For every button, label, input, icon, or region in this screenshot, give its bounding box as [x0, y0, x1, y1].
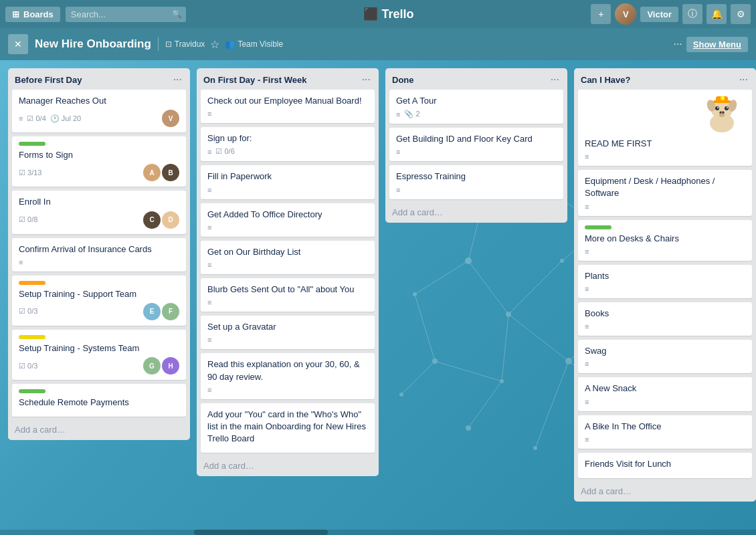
card-meta-30-60-90: ≡ — [207, 386, 368, 394]
card-title-get-a-tour: Get A Tour — [396, 95, 557, 107]
card-gravatar[interactable]: Set up a Gravatar ≡ — [201, 316, 375, 349]
add-icon: + — [598, 9, 603, 19]
avatar[interactable]: V — [615, 3, 636, 25]
card-enroll-in[interactable]: Enroll In ☑ 0/8CD — [12, 191, 186, 233]
top-nav: ⊞ Boards 🔍 ⬛ Trello + V Victor ⓘ 🔔 ⚙ — [0, 0, 756, 28]
card-meta-left-fill-paperwork: ≡ — [207, 186, 211, 194]
card-setup-training-systems[interactable]: Setup Training - Systems Team ☑ 0/3GH — [12, 330, 186, 380]
card-read-me-first[interactable]: ! READ ME FIRST ≡ — [578, 90, 752, 166]
boards-button[interactable]: ⊞ Boards — [5, 7, 60, 22]
list-before-first-day: Before First Day ··· Manager Reaches Out… — [8, 68, 190, 440]
bell-icon: 🔔 — [711, 9, 723, 19]
svg-point-41 — [715, 106, 719, 110]
card-title-sign-up-for: Sign up for: — [207, 132, 368, 144]
card-meta-left-office-directory: ≡ — [207, 223, 211, 231]
bottom-scrollbar[interactable] — [0, 530, 756, 535]
card-meta-left-forms-to-sign: ☑ 3/13 — [19, 169, 41, 177]
card-whos-who[interactable]: Add your "You" card in the "Who's Who" l… — [201, 403, 375, 453]
list-menu-button-can-i-have[interactable]: ··· — [738, 74, 749, 86]
card-title-more-desks-chairs: More on Desks & Chairs — [585, 233, 745, 245]
visibility-item: 👥 Team Visible — [225, 39, 283, 49]
list-menu-button-before-first-day[interactable]: ··· — [172, 74, 183, 86]
settings-button[interactable]: ⚙ — [731, 4, 751, 24]
card-meta-left-more-desks-chairs: ≡ — [585, 247, 589, 255]
desc-icon-building-id: ≡ — [396, 148, 400, 156]
card-fill-paperwork[interactable]: Fill in Paperwork ≡ — [201, 165, 375, 199]
card-plants[interactable]: Plants ≡ — [578, 265, 752, 298]
card-confirm-arrival[interactable]: Confirm Arrival of Insurance Cards ≡ — [12, 238, 186, 272]
desc-icon-swag: ≡ — [585, 360, 589, 368]
card-title-confirm-arrival: Confirm Arrival of Insurance Cards — [19, 243, 179, 255]
card-more-desks-chairs[interactable]: More on Desks & Chairs ≡ — [578, 220, 752, 261]
card-avatars-setup-training-systems: GH — [143, 357, 179, 374]
card-friends-lunch[interactable]: Friends Visit for Lunch — [578, 453, 752, 478]
card-title-office-directory: Get Added To Office Directory — [207, 209, 368, 221]
card-equipment-desk[interactable]: Equipment / Desk / Headphones / Software… — [578, 170, 752, 215]
card-forms-to-sign[interactable]: Forms to Sign ☑ 3/13AB — [12, 136, 186, 187]
card-meta-left-read-me-first: ≡ — [585, 152, 589, 160]
card-title-fill-paperwork: Fill in Paperwork — [207, 171, 368, 183]
card-meta-employee-manual: ≡ — [207, 110, 368, 118]
more-options-icon[interactable]: ··· — [673, 38, 682, 50]
card-meta-left-employee-manual: ≡ — [207, 110, 211, 118]
list-menu-button-on-first-day[interactable]: ··· — [361, 74, 372, 86]
card-manager-reaches-out[interactable]: Manager Reaches Out ≡☑ 0/4🕐 Jul 20V — [12, 90, 186, 132]
svg-point-42 — [725, 106, 729, 110]
card-meta-left-building-id: ≡ — [396, 148, 400, 156]
card-title-setup-training-systems: Setup Training - Systems Team — [19, 342, 179, 354]
user-button[interactable]: Victor — [640, 7, 678, 22]
board-background: Before First Day ··· Manager Reaches Out… — [0, 60, 756, 535]
card-get-a-tour[interactable]: Get A Tour ≡📎 2 — [389, 90, 563, 124]
card-meta-fill-paperwork: ≡ — [207, 186, 368, 194]
card-office-directory[interactable]: Get Added To Office Directory ≡ — [201, 203, 375, 237]
card-title-books: Books — [585, 308, 745, 320]
add-card-button-done[interactable]: Add a card… — [385, 203, 567, 223]
card-schedule-remote[interactable]: Schedule Remote Payments — [12, 384, 186, 417]
nav-right: + V Victor ⓘ 🔔 ⚙ — [591, 3, 751, 25]
workspace-item[interactable]: ⊡ Travidux — [165, 39, 205, 49]
card-setup-training-support[interactable]: Setup Training - Support Team ☑ 0/3EF — [12, 276, 186, 326]
search-input[interactable] — [66, 7, 186, 22]
card-avatar: A — [143, 164, 161, 181]
desc-icon-sign-up-for: ≡ — [207, 148, 211, 156]
desc-icon-birthday-list: ≡ — [207, 261, 211, 269]
list-title-before-first-day: Before First Day — [15, 75, 82, 85]
star-button[interactable]: ☆ — [210, 38, 219, 51]
card-swag[interactable]: Swag ≡ — [578, 340, 752, 373]
card-title-manager-reaches-out: Manager Reaches Out — [19, 95, 179, 107]
trello-logo: ⬛ Trello — [191, 7, 586, 21]
card-30-60-90[interactable]: Read this explanation on your 30, 60, & … — [201, 353, 375, 399]
show-menu-button[interactable]: Show Menu — [686, 37, 748, 52]
card-sign-up-for[interactable]: Sign up for: ≡☑ 0/6 — [201, 127, 375, 161]
card-meta-books: ≡ — [585, 322, 745, 330]
card-espresso[interactable]: Espresso Training ≡ — [389, 165, 563, 199]
card-title-birthday-list: Get on Our Birthday List — [207, 246, 368, 258]
card-avatars-forms-to-sign: AB — [143, 164, 179, 181]
card-title-equipment-desk: Equipment / Desk / Headphones / Software — [585, 175, 745, 199]
list-title-on-first-day: On First Day - First Week — [203, 75, 306, 85]
cards-can-i-have: ! READ ME FIRST ≡Equipment / Desk / Head… — [574, 90, 756, 482]
card-bike-office[interactable]: A Bike In The Office ≡ — [578, 415, 752, 449]
desc-icon-30-60-90: ≡ — [207, 386, 211, 394]
scrollbar-thumb[interactable] — [194, 530, 328, 535]
card-employee-manual[interactable]: Check out our Employee Manual Board! ≡ — [201, 90, 375, 123]
search-icon: 🔍 — [172, 9, 182, 19]
card-blurb-sent[interactable]: Blurb Gets Sent Out to "All" about You ≡ — [201, 278, 375, 312]
notifications-button[interactable]: 🔔 — [706, 4, 727, 24]
card-birthday-list[interactable]: Get on Our Birthday List ≡ — [201, 241, 375, 274]
card-meta-new-snack: ≡ — [585, 398, 745, 406]
card-books[interactable]: Books ≡ — [578, 302, 752, 336]
list-menu-button-done[interactable]: ··· — [549, 74, 561, 86]
user-name: Victor — [647, 9, 672, 19]
card-building-id[interactable]: Get Building ID and Floor Key Card ≡ — [389, 128, 563, 161]
add-card-button-on-first-day[interactable]: Add a card… — [197, 457, 379, 476]
add-card-button-before-first-day[interactable]: Add a card… — [8, 421, 190, 440]
card-meta-left-manager-reaches-out: ≡☑ 0/4🕐 Jul 20 — [19, 114, 81, 123]
desc-icon-read-me-first: ≡ — [585, 152, 589, 160]
card-title-espresso: Espresso Training — [396, 171, 557, 183]
desc-icon-new-snack: ≡ — [585, 398, 589, 406]
add-card-button-can-i-have[interactable]: Add a card… — [574, 482, 756, 502]
info-button[interactable]: ⓘ — [682, 4, 702, 24]
card-new-snack[interactable]: A New Snack ≡ — [578, 377, 752, 411]
add-button[interactable]: + — [591, 4, 611, 24]
